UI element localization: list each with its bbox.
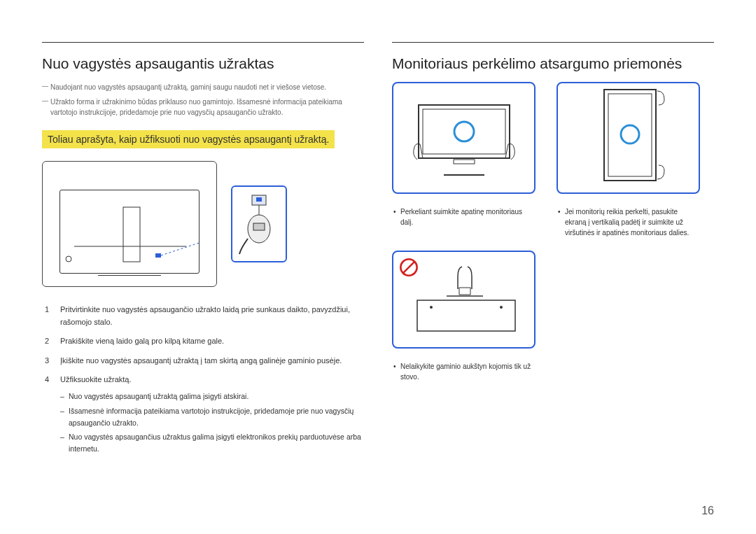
page-number: 16 bbox=[701, 505, 714, 517]
carry-portrait-icon bbox=[583, 85, 674, 190]
prohibit-card bbox=[392, 251, 536, 349]
svg-line-4 bbox=[161, 231, 200, 255]
svg-rect-14 bbox=[604, 90, 656, 181]
card-row-top bbox=[392, 82, 714, 194]
svg-point-2 bbox=[66, 256, 71, 262]
card-row-bottom bbox=[392, 251, 714, 349]
svg-rect-6 bbox=[256, 197, 262, 202]
step-4-subnotes: Nuo vagystės apsaugantį užraktą galima į… bbox=[60, 391, 364, 455]
subnote-3: Nuo vagystės apsaugančius užraktus galim… bbox=[60, 431, 364, 455]
svg-rect-15 bbox=[608, 94, 652, 176]
caption-row-top: Perkeliant suimkite apatinę monitoriaus … bbox=[392, 206, 714, 238]
svg-point-11 bbox=[454, 122, 474, 141]
monitor-back-panel bbox=[59, 190, 200, 274]
monitor-stand bbox=[98, 275, 161, 278]
step-2: Prakiškite vieną laido galą pro kilpą ki… bbox=[42, 335, 364, 348]
caption-prohibit: Nelaikykite gaminio aukštyn kojomis tik … bbox=[392, 361, 536, 382]
hr-right bbox=[392, 42, 714, 43]
svg-rect-8 bbox=[253, 223, 265, 230]
carry-landscape-icon bbox=[405, 92, 524, 183]
svg-point-22 bbox=[430, 306, 433, 309]
instruction-steps: Pritvirtinkite nuo vagystės apsaugančio … bbox=[42, 304, 364, 455]
svg-line-18 bbox=[403, 262, 414, 273]
caption-row-bottom: Nelaikykite gaminio aukštyn kojomis tik … bbox=[392, 361, 714, 382]
right-title: Monitoriaus perkėlimo atsargumo priemonė… bbox=[392, 55, 714, 72]
svg-rect-10 bbox=[423, 109, 505, 154]
kensington-lock-icon bbox=[238, 192, 280, 255]
right-column: Monitoriaus perkėlimo atsargumo priemonė… bbox=[392, 42, 714, 462]
caption-landscape: Perkeliant suimkite apatinę monitoriaus … bbox=[392, 206, 536, 227]
left-column: Nuo vagystės apsaugantis užraktas Naudoj… bbox=[42, 42, 364, 462]
svg-point-16 bbox=[621, 125, 639, 143]
step-3: Įkiškite nuo vagystės apsaugantį užraktą… bbox=[42, 355, 364, 367]
step-4-text: Užfiksuokite užraktą. bbox=[60, 375, 131, 384]
svg-rect-12 bbox=[454, 160, 475, 164]
prohibit-icon bbox=[399, 258, 419, 277]
svg-rect-21 bbox=[417, 300, 515, 331]
svg-rect-3 bbox=[155, 253, 161, 258]
subnote-2: Išsamesnė informacija pateikiama vartoto… bbox=[60, 405, 364, 429]
highlighted-instruction: Toliau aprašyta, kaip užfiksuoti nuo vag… bbox=[42, 130, 335, 148]
step-4: Užfiksuokite užraktą. Nuo vagystės apsau… bbox=[42, 374, 364, 455]
hr-left bbox=[42, 42, 364, 43]
caption-portrait: Jei monitorių reikia perkelti, pasukite … bbox=[556, 206, 700, 238]
step-1: Pritvirtinkite nuo vagystės apsaugančio … bbox=[42, 304, 364, 328]
svg-rect-1 bbox=[123, 207, 140, 262]
monitor-rear-diagram bbox=[42, 161, 217, 287]
subnote-1: Nuo vagystės apsaugantį užraktą galima į… bbox=[60, 391, 364, 402]
page-body: Nuo vagystės apsaugantis užraktas Naudoj… bbox=[42, 42, 714, 462]
carry-portrait-card bbox=[556, 82, 700, 194]
footnote-1: Naudojant nuo vagystės apsaugantį užrakt… bbox=[42, 82, 364, 92]
footnote-2: Užrakto forma ir užrakinimo būdas prikla… bbox=[42, 97, 364, 118]
left-title: Nuo vagystės apsaugantis užraktas bbox=[42, 55, 364, 72]
svg-point-23 bbox=[500, 306, 503, 309]
lock-diagram-row bbox=[42, 161, 364, 287]
upside-down-hold-icon bbox=[405, 261, 524, 338]
carry-landscape-card bbox=[392, 82, 536, 194]
svg-rect-19 bbox=[459, 288, 470, 295]
lock-closeup bbox=[231, 185, 287, 262]
svg-rect-9 bbox=[419, 105, 510, 158]
